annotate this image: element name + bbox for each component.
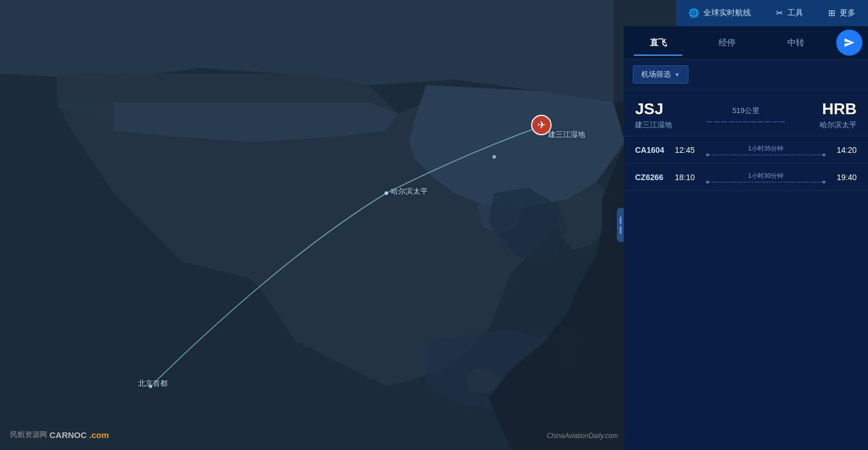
scissors-icon: ✂ <box>776 8 783 18</box>
handle-bar-2 <box>620 226 621 234</box>
flight-row[interactable]: CA1604 12:45 1小时35分钟 14:20 <box>624 136 868 164</box>
route-info: JSJ 建三江湿地 519公里 — — — — — — — — — — — HR… <box>624 90 868 136</box>
flights-list: CA1604 12:45 1小时35分钟 14:20 CZ6266 18:10 … <box>624 136 868 450</box>
more-button[interactable]: ⊞ 更多 <box>816 0 868 26</box>
origin-code: JSJ <box>635 100 672 118</box>
globe-icon: 🌐 <box>688 8 699 18</box>
more-label: 更多 <box>840 8 856 18</box>
dest-code: HRB <box>820 100 857 118</box>
right-panel: 直飞 经停 中转 机场筛选 ▼ JSJ 建三江湿地 519公里 — — — — … <box>624 26 868 450</box>
global-routes-label: 全球实时航线 <box>703 8 751 18</box>
handle-bar-1 <box>620 216 621 224</box>
city-dot-hrb <box>385 191 388 195</box>
origin-name: 建三江湿地 <box>635 120 672 130</box>
route-distance: 519公里 <box>707 106 785 116</box>
top-nav: 🌐 全球实时航线 ✂ 工具 ⊞ 更多 <box>676 0 868 26</box>
tab-stopover[interactable]: 经停 <box>692 30 761 56</box>
city-label-jsj: 建三江湿地 <box>548 130 585 140</box>
dest-info: HRB 哈尔滨太平 <box>820 100 857 130</box>
carnoc-suffix: .com <box>89 430 109 440</box>
flight-number: CA1604 <box>635 145 675 155</box>
origin-airport-pin[interactable]: ✈ <box>531 115 552 138</box>
carnoc-logo: CARNOC <box>49 430 87 440</box>
city-label-bjs: 北京首都 <box>138 378 168 389</box>
origin-info: JSJ 建三江湿地 <box>635 100 672 130</box>
watermark-prefix: 民航资源网 <box>10 430 47 440</box>
flight-duration-label: 1小时30分钟 <box>748 172 783 180</box>
city-label-hrb: 哈尔滨太平 <box>391 186 428 197</box>
svg-text:✈: ✈ <box>537 119 546 131</box>
route-center: 519公里 — — — — — — — — — — — <box>707 106 785 124</box>
send-button[interactable] <box>836 30 862 56</box>
watermark-right: ChinaAviationDaily.com <box>546 432 618 440</box>
filter-row: 机场筛选 ▼ <box>624 60 868 90</box>
flight-row[interactable]: CZ6266 18:10 1小时30分钟 19:40 <box>624 164 868 191</box>
flight-duration: 1小时30分钟 <box>706 172 825 182</box>
global-routes-button[interactable]: 🌐 全球实时航线 <box>676 0 763 26</box>
panel-collapse-handle[interactable] <box>617 208 624 242</box>
dest-name: 哈尔滨太平 <box>820 120 857 130</box>
svg-point-4 <box>466 368 500 393</box>
flight-duration-line <box>706 182 825 182</box>
flight-depart-time: 12:45 <box>675 145 706 155</box>
airport-filter-button[interactable]: 机场筛选 ▼ <box>633 65 688 84</box>
flight-duration-line <box>706 155 825 155</box>
tab-direct[interactable]: 直飞 <box>624 30 692 56</box>
tab-transfer[interactable]: 中转 <box>762 30 831 56</box>
grid-icon: ⊞ <box>828 8 836 18</box>
flight-number: CZ6266 <box>635 173 675 182</box>
tools-button[interactable]: ✂ 工具 <box>763 0 816 26</box>
chevron-down-icon: ▼ <box>674 72 680 78</box>
flight-duration: 1小时35分钟 <box>706 144 825 155</box>
watermark-left: 民航资源网 CARNOC .com <box>10 430 109 440</box>
flight-arrive-time: 14:20 <box>825 145 857 155</box>
tabs-row: 直飞 经停 中转 <box>624 26 868 60</box>
tools-label: 工具 <box>787 8 803 18</box>
flight-arrive-time: 19:40 <box>825 173 857 182</box>
airport-filter-label: 机场筛选 <box>641 69 671 80</box>
flight-depart-time: 18:10 <box>675 173 706 182</box>
flight-duration-label: 1小时35分钟 <box>748 144 783 153</box>
